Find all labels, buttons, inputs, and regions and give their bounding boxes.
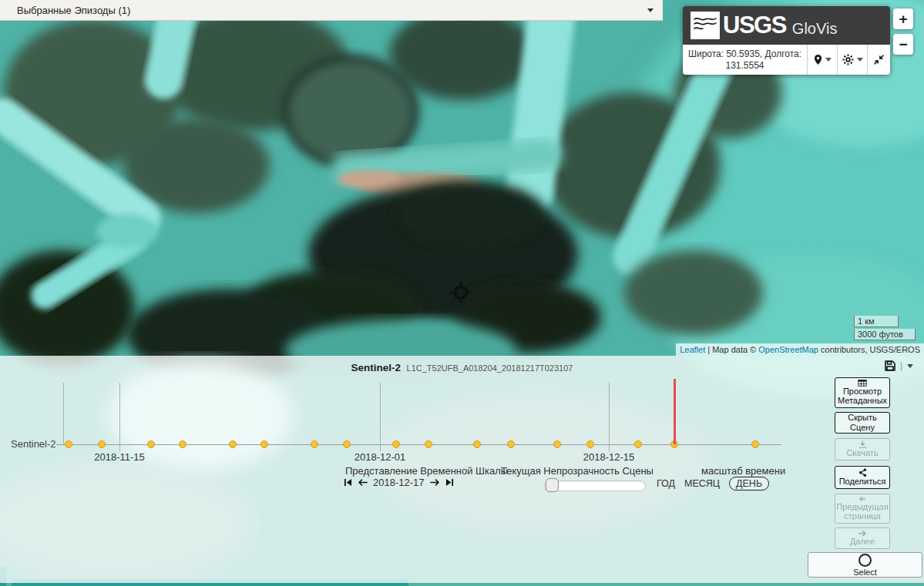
scene-dot[interactable] (507, 440, 515, 448)
timeline-panel: Sentinel-2 L1C_T52UFB_A018204_20181217T0… (0, 356, 924, 583)
coordinates-readout: Широта: 50.5935, Долгота: 131.5554 (683, 45, 807, 75)
select-tool-button[interactable]: Select (808, 552, 922, 578)
share-button[interactable]: Поделиться (835, 466, 890, 489)
gear-icon (842, 54, 854, 65)
arrow-left-icon (857, 496, 868, 502)
timescale-month-button[interactable]: МЕСЯЦ (684, 478, 720, 489)
glovis-app: Выбранные Эпизоды (1) USGS GloVis Широта… (0, 0, 924, 586)
scale-bar-feet: 3000 футов (854, 329, 916, 340)
timeline-gridline (380, 383, 381, 451)
scene-dot[interactable] (343, 440, 351, 448)
usgs-header: USGS GloVis (683, 6, 890, 45)
map-pin-icon (814, 54, 822, 65)
skip-to-end-icon[interactable] (445, 478, 454, 487)
current-date: 2018-12-17 (373, 477, 425, 488)
timescale-day-button[interactable]: ДЕНЬ (729, 477, 769, 491)
button-label: Скачать (846, 448, 878, 458)
zoom-in-button[interactable]: + (893, 8, 913, 29)
leaflet-link[interactable]: Leaflet (680, 345, 705, 354)
timeline-gridline (63, 383, 64, 444)
button-label: Поделиться (839, 477, 886, 487)
button-label: Скрыть Сцену (836, 413, 889, 432)
timescale-options: ГОД МЕСЯЦ ДЕНЬ (657, 477, 769, 491)
scale-bar-km: 1 км (854, 316, 899, 327)
timescale-label: масштаб времени (701, 465, 785, 477)
scene-dot[interactable] (229, 440, 237, 448)
date-navigation: 2018-12-17 (344, 477, 454, 488)
next-page-button: Далее (835, 527, 890, 549)
timeline-gridline (119, 383, 120, 451)
download-button: Скачать (835, 438, 890, 460)
skip-to-start-icon[interactable] (344, 478, 352, 487)
circle-outline-icon (858, 554, 872, 567)
attribution-text: | Map data © (705, 345, 758, 354)
usgs-toolbar: Широта: 50.5935, Долгота: 131.5554 (683, 45, 890, 75)
timeline-view-label: Представление Временной Шкалы (345, 465, 508, 477)
settings-menu-button[interactable] (837, 45, 867, 75)
next-day-icon[interactable] (430, 478, 440, 487)
scene-dot[interactable] (751, 440, 759, 448)
chevron-down-icon (857, 58, 863, 62)
timeline-gridline (609, 383, 610, 451)
timescale-year-button[interactable]: ГОД (657, 478, 675, 489)
previous-day-icon[interactable] (358, 478, 368, 487)
button-label: Просмотр Метаданных (836, 387, 889, 406)
table-grid-icon (855, 380, 869, 387)
scene-dot[interactable] (260, 440, 268, 448)
scene-dot[interactable] (179, 440, 186, 448)
crosshair-icon (450, 282, 472, 303)
openstreetmap-link[interactable]: OpenStreetMap (758, 345, 818, 354)
usgs-glovis-panel: USGS GloVis Широта: 50.5935, Долгота: 13… (683, 6, 890, 75)
scene-dot[interactable] (425, 440, 432, 448)
opacity-slider-track[interactable] (544, 481, 646, 491)
diagonal-arrows-icon (874, 55, 884, 65)
selected-episodes-label: Выбранные Эпизоды (1) (17, 5, 130, 16)
download-icon (857, 440, 869, 448)
attribution-text: contributors, USGS/EROS (818, 345, 920, 354)
view-metadata-button[interactable]: Просмотр Метаданных (835, 377, 890, 408)
chevron-down-icon (647, 8, 654, 12)
timeline-tick-label: 2018-11-15 (94, 451, 145, 463)
button-label: Предыдущая страница (836, 502, 889, 521)
timeline-tick-label: 2018-12-15 (583, 451, 635, 463)
scene-dot[interactable] (473, 440, 481, 448)
usgs-wave-logo-icon (690, 12, 720, 39)
scene-dot[interactable] (311, 440, 318, 448)
zoom-out-button[interactable]: − (893, 34, 913, 55)
scene-dot[interactable] (147, 440, 155, 448)
button-label: Select (853, 568, 877, 577)
scene-dot[interactable] (553, 440, 561, 448)
opacity-label: Текущая Непрозрачность Сцены (501, 465, 654, 477)
scene-dot[interactable] (65, 440, 72, 448)
location-menu-button[interactable] (807, 45, 837, 75)
opacity-slider-thumb[interactable] (546, 478, 559, 492)
scene-dot[interactable] (586, 440, 594, 448)
chevron-down-icon (825, 58, 832, 62)
timeline-tick-label: 2018-12-01 (354, 451, 406, 463)
scene-dot[interactable] (98, 440, 106, 448)
scene-dot[interactable] (634, 440, 642, 448)
selected-episodes-dropdown[interactable]: Выбранные Эпизоды (1) (0, 0, 663, 21)
selected-scene-marker (674, 379, 676, 444)
share-nodes-icon (857, 468, 869, 477)
button-label: Далее (850, 537, 875, 547)
previous-page-button: Предыдущая страница (835, 494, 890, 524)
arrow-right-icon (857, 530, 868, 537)
collapse-panel-button[interactable] (867, 45, 890, 75)
timeline-row-label: Sentinel-2 (11, 438, 56, 450)
hide-scene-button[interactable]: Скрыть Сцену (835, 412, 890, 434)
glovis-wordmark: GloVis (792, 20, 838, 38)
map-attribution: Leaflet | Map data © OpenStreetMap contr… (676, 343, 924, 356)
usgs-wordmark: USGS (723, 12, 786, 39)
scene-dot[interactable] (392, 440, 400, 448)
